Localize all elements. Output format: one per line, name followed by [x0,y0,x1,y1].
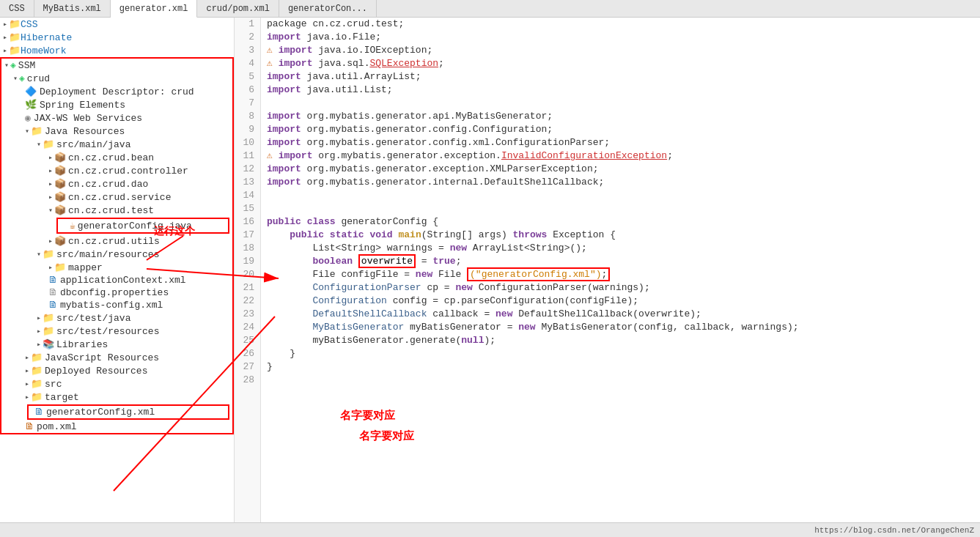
project-icon: ◈ [10,59,16,71]
expand-icon: ▾ [4,61,9,70]
status-url: https://blog.csdn.net/OrangeChenZ [814,526,974,535]
sidebar-item-label: applicationContext.xml [60,275,186,286]
sidebar-item-libraries[interactable]: ▸ 📚 Libraries [1,338,232,351]
code-line-21: ConfigurationParser cp = new Configurati… [267,281,974,295]
expand-icon: ▾ [25,127,29,136]
sidebar-item-label: CSS [21,19,37,30]
sidebar-item-src-main-java[interactable]: ▾ 📁 src/main/java [1,138,232,151]
sidebar-item-generator-java[interactable]: ▸ ☕ generatorConfig.java [58,219,228,232]
expand-icon: ▸ [37,314,41,322]
tab-generator-xml[interactable]: generator.xml [111,0,198,18]
code-line-25: myBatisGenerator.generate(null); [267,334,974,347]
code-line-16: public class generatorConfig { [267,215,974,229]
expand-icon: ▸ [48,153,53,162]
package-icon: 📦 [54,178,66,190]
sidebar-item-src-test-resources[interactable]: ▸ 📁 src/test/resources [1,325,232,338]
sidebar-item-label: mapper [68,262,103,273]
code-line-27: } [267,360,974,374]
sidebar-item-homework[interactable]: ▸ 📁 HomeWork [0,44,234,57]
code-line-4: ⚠ import java.sql.SQLException; [267,57,974,70]
sidebar-item-label: generatorConfig.java [78,221,192,232]
sidebar-item-label: cn.cz.crud.dao [68,179,148,190]
sidebar-item-java-resources[interactable]: ▾ 📁 Java Resources [1,125,232,138]
sidebar-item-ssm[interactable]: ▾ ◈ SSM [1,59,232,72]
sidebar-item-label: Hibernate [21,32,72,43]
sidebar-item-label: src/main/resources [56,249,159,260]
main-layout: ▸ 📁 CSS ▸ 📁 Hibernate ▸ 📁 HomeWork ▾ ◈ S… [0,18,980,522]
code-line-28 [267,374,974,387]
sidebar-item-appcontext[interactable]: 🗎 applicationContext.xml [1,274,232,286]
sidebar-item-label: src/main/java [56,139,130,150]
package-icon: 📦 [54,204,66,216]
code-line-10: import org.mybatis.generator.config.xml.… [267,136,974,149]
tab-pom[interactable]: crud/pom.xml [197,0,279,17]
sidebar-item-label: Java Resources [45,126,125,137]
code-line-7 [267,97,974,110]
expand-icon: ▸ [48,193,53,201]
sidebar-item-label: target [45,392,79,403]
sidebar-item-label: mybatis-config.xml [60,300,163,311]
project-icon: ◈ [19,73,25,84]
sidebar-item-label: Libraries [56,339,108,350]
sidebar-item-deployment[interactable]: 🔷 Deployment Descriptor: crud [1,85,232,98]
sidebar-item-bean[interactable]: ▸ 📦 cn.cz.crud.bean [1,151,232,164]
sidebar-item-label: generatorConfig.xml [46,407,155,418]
sidebar-item-src-test-java[interactable]: ▸ 📁 src/test/java [1,311,232,325]
code-line-26: } [267,347,974,360]
expand-icon: ▾ [48,206,53,215]
expand-icon: ▸ [64,221,68,230]
sidebar-item-spring[interactable]: 🌿 Spring Elements [1,98,232,111]
tab-mybatis[interactable]: MyBatis.xml [34,0,111,17]
sidebar-item-utils[interactable]: ▸ 📦 cn.cz.crud.utils [1,234,232,248]
code-line-11: ⚠ import org.mybatis.generator.exception… [267,149,974,163]
sidebar-item-hibernate[interactable]: ▸ 📁 Hibernate [0,31,234,44]
sidebar-item-label: cn.cz.crud.test [68,205,154,216]
code-line-17: public static void main(String[] args) t… [267,229,974,242]
sidebar-item-mybatis-config[interactable]: 🗎 mybatis-config.xml [1,299,232,311]
sidebar-item-target[interactable]: ▸ 📁 target [1,390,232,404]
folder-icon: 📁 [43,325,54,337]
expand-icon: ▸ [25,393,29,401]
sidebar-item-src-main-resources[interactable]: ▾ 📁 src/main/resources [1,248,232,261]
code-editor[interactable]: 12345 678910 1112131415 1617181920 21222… [235,18,980,522]
sidebar-item-mapper[interactable]: ▸ 📁 mapper [1,261,232,274]
line-numbers: 12345 678910 1112131415 1617181920 21222… [235,18,261,522]
folder-icon: 📁 [43,138,54,150]
sidebar-item-dbconfig[interactable]: 🗎 dbconfig.properties [1,286,232,299]
expand-icon: ▾ [37,140,41,149]
sidebar-item-label: cn.cz.crud.controller [68,166,188,177]
folder-icon: 📁 [31,365,43,377]
expand-icon: ▸ [3,33,7,42]
sidebar-item-generator-xml[interactable]: 🗎 generatorConfig.xml [29,406,228,418]
expand-icon: ▸ [3,46,7,55]
sidebar-item-css[interactable]: ▸ 📁 CSS [0,18,234,31]
sidebar-item-jaxws[interactable]: ◉ JAX-WS Web Services [1,111,232,125]
spring-icon: 🌿 [25,99,37,111]
code-content: package cn.cz.crud.test; import java.io.… [261,18,980,522]
sidebar-item-label: crud [27,73,50,84]
sidebar-item-pom[interactable]: 🗎 pom.xml [1,421,232,433]
sidebar-item-src[interactable]: ▸ 📁 src [1,377,232,390]
tab-generatorcon[interactable]: generatorCon... [279,0,377,17]
package-icon: 📦 [54,165,66,177]
expand-icon: ▸ [25,366,29,375]
sidebar-item-test[interactable]: ▾ 📦 cn.cz.crud.test [1,204,232,217]
java-file-icon: ☕ [70,220,75,232]
xml-icon: 🗎 [48,300,58,311]
code-line-9: import org.mybatis.generator.config.Conf… [267,123,974,136]
descriptor-icon: 🔷 [25,86,37,97]
sidebar-item-controller[interactable]: ▸ 📦 cn.cz.crud.controller [1,164,232,177]
code-line-15 [267,202,974,215]
sidebar-item-dao[interactable]: ▸ 📦 cn.cz.crud.dao [1,177,232,190]
sidebar-item-label: src/test/resources [56,326,159,337]
sidebar-item-label: cn.cz.crud.service [68,192,171,203]
code-container: 12345 678910 1112131415 1617181920 21222… [235,18,980,522]
code-line-20: File configFile = new File ("generatorCo… [267,268,974,281]
sidebar-item-service[interactable]: ▸ 📦 cn.cz.crud.service [1,190,232,204]
sidebar-item-deployed-resources[interactable]: ▸ 📁 Deployed Resources [1,364,232,377]
sidebar-item-label: cn.cz.crud.bean [68,152,154,163]
sidebar-item-crud[interactable]: ▾ ◈ crud [1,72,232,85]
sidebar-item-label: JavaScript Resources [45,352,159,363]
tab-css[interactable]: CSS [0,0,34,17]
sidebar-item-js-resources[interactable]: ▸ 📁 JavaScript Resources [1,351,232,364]
